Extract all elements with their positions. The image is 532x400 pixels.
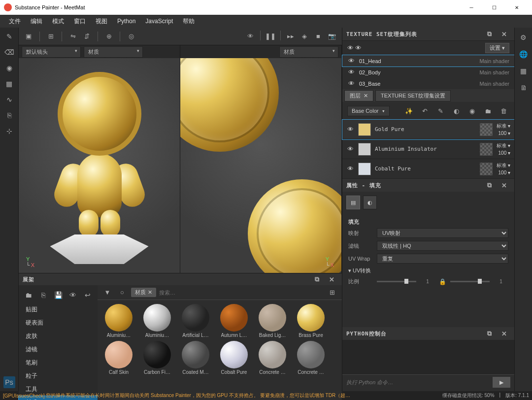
shelf-filter-icon[interactable]: ▼ <box>101 287 113 299</box>
tab-close-icon[interactable]: ✕ <box>364 93 368 99</box>
console-run-button[interactable]: ▶ <box>493 377 510 388</box>
rt-gear-icon[interactable]: ⚙ <box>518 32 530 43</box>
shelf-eye-icon[interactable]: 👁 <box>67 289 79 301</box>
material-2d-dropdown[interactable]: 材质 <box>279 46 338 58</box>
layer-mask[interactable] <box>480 123 493 136</box>
material-3d-dropdown[interactable]: 材质 <box>84 46 143 58</box>
material-item[interactable]: Coated M… <box>178 341 213 375</box>
lock-icon[interactable]: 🔒 <box>439 278 446 285</box>
pause-icon[interactable]: ❚❚ <box>265 31 276 42</box>
eye-icon[interactable]: 👁 <box>347 57 355 65</box>
ts-close-icon[interactable]: ✕ <box>499 28 510 40</box>
layer-mask-icon[interactable]: ◐ <box>450 105 462 117</box>
props-mode-material-icon[interactable]: ◐ <box>363 196 377 209</box>
clone-tool-icon[interactable]: ⎘ <box>3 109 15 121</box>
layer-brush-icon[interactable]: ✎ <box>434 105 446 117</box>
layer-item[interactable]: 👁Gold Pure标准 ▾100 ▾ <box>342 120 514 139</box>
prop-projection-select[interactable]: UV映射 <box>377 228 508 238</box>
shelf-cat-skin[interactable]: 皮肤 <box>19 330 98 343</box>
props-undock-icon[interactable]: ⧉ <box>484 179 496 191</box>
shelf-filter-chip[interactable]: 材质✕ <box>131 288 156 297</box>
layer-blend[interactable]: 标准 ▾ <box>497 142 510 149</box>
rt-globe-icon[interactable]: 🌐 <box>518 48 530 60</box>
prop-filtering-select[interactable]: 双线性 | HQ <box>377 241 508 251</box>
layer-effect-icon[interactable]: ✨ <box>403 105 415 117</box>
layer-folder-icon[interactable]: 🖿 <box>482 105 494 117</box>
paint-tool-icon[interactable]: ✎ <box>3 31 15 42</box>
close-button[interactable]: ✕ <box>505 0 528 15</box>
shelf-import-icon[interactable]: ↩ <box>82 289 94 301</box>
grid-icon[interactable]: ⊞ <box>45 31 57 42</box>
layer-opacity[interactable]: 100 ▾ <box>499 150 510 156</box>
material-item[interactable]: Artificial L… <box>178 304 213 338</box>
layer-mask[interactable] <box>480 143 493 156</box>
menu-window[interactable]: 窗口 <box>69 15 91 28</box>
textureset-row[interactable]: 👁01_HeadMain shader <box>342 55 514 67</box>
mirror-x-icon[interactable]: ⇋ <box>67 31 79 42</box>
layer-opacity[interactable]: 100 ▾ <box>499 131 510 136</box>
shelf-dot-icon[interactable]: ○ <box>116 287 128 299</box>
hide-icon[interactable]: 👁 <box>244 31 256 42</box>
shelf-cat-texture[interactable]: 贴图 <box>19 303 98 316</box>
props-mode-fill-icon[interactable]: ▤ <box>346 196 360 209</box>
projection-tool-icon[interactable]: ◉ <box>3 62 15 74</box>
chip-close-icon[interactable]: ✕ <box>148 289 152 296</box>
menu-edit[interactable]: 编辑 <box>26 15 47 28</box>
mirror-y-icon[interactable]: ⇵ <box>81 31 93 42</box>
material-item[interactable]: Autumn L… <box>217 304 251 338</box>
menu-javascript[interactable]: JavaScript <box>140 16 178 27</box>
material-item[interactable]: Baked Lig… <box>255 304 290 338</box>
ts-undock-icon[interactable]: ⧉ <box>484 28 496 40</box>
layer-item[interactable]: 👁Aluminium Insulator标准 ▾100 ▾ <box>342 139 514 159</box>
prop-scale-x-slider[interactable] <box>377 281 416 282</box>
viewport-2d[interactable]: 材质 Y└X <box>180 45 342 273</box>
layer-delete-icon[interactable]: 🗑 <box>498 105 509 117</box>
camera-icon[interactable]: ■ <box>312 31 324 42</box>
layer-fill-icon[interactable]: ◉ <box>466 105 478 117</box>
layer-channel-dropdown[interactable]: Base Color ▾ <box>347 106 390 116</box>
shelf-cat-brush[interactable]: 笔刷 <box>19 356 98 369</box>
eye-icon[interactable]: 👁 <box>347 68 355 76</box>
material-item[interactable]: Cobalt Pure <box>217 341 251 375</box>
render-icon[interactable]: ▸▸ <box>285 31 297 42</box>
textureset-row[interactable]: 👁02_BodyMain shader <box>342 67 514 78</box>
lens-dropdown[interactable]: 默认镜头 <box>22 46 81 58</box>
fill-tool-icon[interactable]: ▦ <box>3 78 15 90</box>
material-item[interactable]: Concrete … <box>255 341 290 375</box>
cube-icon[interactable]: ◈ <box>299 31 310 42</box>
material-item[interactable]: Calf Skin <box>101 341 136 375</box>
screenshot-icon[interactable]: 📷 <box>326 31 338 42</box>
material-item[interactable]: Concrete … <box>294 341 328 375</box>
picker-tool-icon[interactable]: ⊹ <box>3 125 15 137</box>
props-close-icon[interactable]: ✕ <box>499 179 510 191</box>
layer-blend[interactable]: 标准 ▾ <box>497 162 510 169</box>
material-item[interactable]: Carbon Fi… <box>140 341 174 375</box>
ts-eye-all-icon[interactable]: 👁 <box>347 44 354 52</box>
ts-eye-solo-icon[interactable]: 👁 <box>355 44 362 52</box>
console-input[interactable] <box>346 379 489 385</box>
layer-blend[interactable]: 标准 ▾ <box>497 123 510 130</box>
material-item[interactable]: Brass Pure <box>294 304 328 338</box>
layer-opacity[interactable]: 100 ▾ <box>499 170 510 175</box>
shelf-save-icon[interactable]: 💾 <box>52 289 64 301</box>
prop-uvtransform-toggle[interactable]: ▾ UV转换 <box>348 265 508 276</box>
target-icon[interactable]: ◎ <box>125 31 137 42</box>
maximize-button[interactable]: ☐ <box>483 0 505 15</box>
tab-layers[interactable]: 图层 ✕ <box>344 90 373 101</box>
minimize-button[interactable]: ─ <box>460 0 483 15</box>
layer-undo-icon[interactable]: ↶ <box>419 105 431 117</box>
shelf-cat-particle[interactable]: 粒子 <box>19 369 98 383</box>
material-item[interactable]: Aluminiu… <box>101 304 136 338</box>
eye-icon[interactable]: 👁 <box>346 126 354 133</box>
panel-close-icon[interactable]: ✕ <box>326 273 338 285</box>
shelf-grid-view-icon[interactable]: ⊞ <box>326 287 338 299</box>
add-icon[interactable]: ⊕ <box>103 31 115 42</box>
shelf-cat-hardsurface[interactable]: 硬表面 <box>19 316 98 330</box>
panel-undock-icon[interactable]: ⧉ <box>311 273 323 285</box>
smudge-tool-icon[interactable]: ∿ <box>3 94 15 105</box>
console-undock-icon[interactable]: ⧉ <box>484 328 496 339</box>
plugin-icon[interactable]: Ps <box>3 376 15 388</box>
viewport-3d[interactable]: 默认镜头 材质 Y└X <box>19 45 180 273</box>
console-close-icon[interactable]: ✕ <box>499 328 510 339</box>
eye-icon[interactable]: 👁 <box>347 80 355 87</box>
